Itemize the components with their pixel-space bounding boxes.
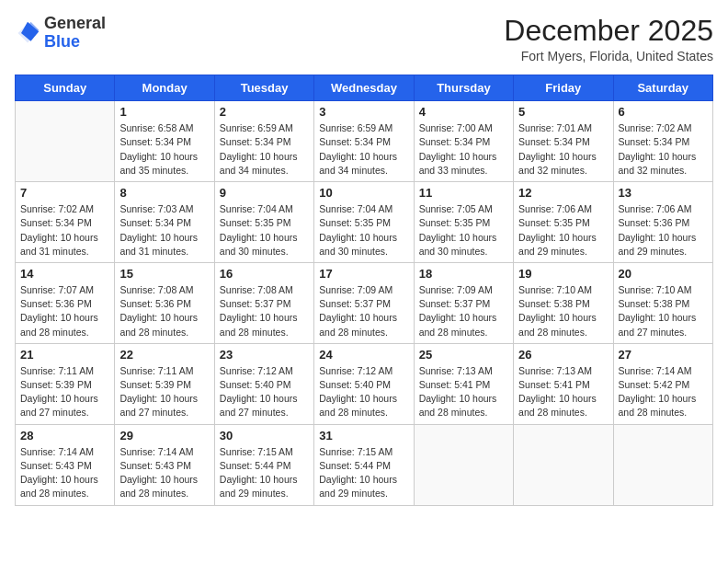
- day-info: Sunrise: 7:00 AM Sunset: 5:34 PM Dayligh…: [419, 121, 508, 178]
- day-number: 24: [319, 348, 408, 362]
- day-number: 31: [319, 429, 408, 442]
- day-number: 2: [220, 105, 309, 119]
- day-info: Sunrise: 7:13 AM Sunset: 5:41 PM Dayligh…: [419, 364, 508, 420]
- calendar-cell: 20Sunrise: 7:10 AM Sunset: 5:38 PM Dayli…: [613, 262, 712, 343]
- calendar-day-header: Sunday: [16, 75, 115, 101]
- calendar-day-header: Monday: [115, 75, 214, 101]
- day-number: 15: [119, 267, 209, 281]
- day-number: 26: [518, 348, 608, 362]
- day-info: Sunrise: 7:07 AM Sunset: 5:36 PM Dayligh…: [20, 283, 109, 339]
- day-info: Sunrise: 7:03 AM Sunset: 5:34 PM Dayligh…: [119, 202, 209, 259]
- calendar-cell: 10Sunrise: 7:04 AM Sunset: 5:35 PM Dayli…: [314, 182, 414, 263]
- calendar-week-row: 7Sunrise: 7:02 AM Sunset: 5:34 PM Daylig…: [16, 182, 713, 263]
- calendar-cell: 12Sunrise: 7:06 AM Sunset: 5:35 PM Dayli…: [514, 182, 613, 263]
- day-number: 6: [619, 105, 708, 119]
- calendar-cell: 3Sunrise: 6:59 AM Sunset: 5:34 PM Daylig…: [314, 101, 414, 182]
- title-block: December 2025 Fort Myers, Florida, Unite…: [504, 15, 713, 63]
- day-number: 19: [518, 267, 608, 281]
- day-info: Sunrise: 7:05 AM Sunset: 5:35 PM Dayligh…: [419, 202, 508, 259]
- calendar-cell: 26Sunrise: 7:13 AM Sunset: 5:41 PM Dayli…: [514, 343, 613, 424]
- calendar-cell: 1Sunrise: 6:58 AM Sunset: 5:34 PM Daylig…: [115, 101, 214, 182]
- calendar-week-row: 1Sunrise: 6:58 AM Sunset: 5:34 PM Daylig…: [16, 101, 713, 182]
- day-number: 22: [119, 348, 209, 362]
- day-number: 4: [419, 105, 508, 119]
- day-number: 17: [319, 267, 408, 281]
- day-number: 25: [419, 348, 508, 362]
- day-number: 21: [20, 348, 109, 362]
- logo-blue: Blue: [44, 32, 80, 51]
- calendar-cell: 22Sunrise: 7:11 AM Sunset: 5:39 PM Dayli…: [115, 343, 214, 424]
- month-year-title: December 2025: [504, 15, 713, 47]
- calendar-cell: 8Sunrise: 7:03 AM Sunset: 5:34 PM Daylig…: [115, 182, 214, 263]
- calendar-cell: 31Sunrise: 7:15 AM Sunset: 5:44 PM Dayli…: [314, 424, 414, 505]
- day-number: 30: [220, 429, 309, 442]
- day-number: 20: [619, 267, 708, 281]
- day-info: Sunrise: 7:12 AM Sunset: 5:40 PM Dayligh…: [220, 364, 309, 420]
- day-number: 1: [119, 105, 209, 119]
- calendar-cell: 4Sunrise: 7:00 AM Sunset: 5:34 PM Daylig…: [414, 101, 513, 182]
- day-info: Sunrise: 7:09 AM Sunset: 5:37 PM Dayligh…: [419, 283, 508, 339]
- day-number: 9: [220, 186, 309, 200]
- day-info: Sunrise: 7:09 AM Sunset: 5:37 PM Dayligh…: [319, 283, 408, 339]
- day-info: Sunrise: 6:58 AM Sunset: 5:34 PM Dayligh…: [119, 121, 209, 178]
- calendar-table: SundayMondayTuesdayWednesdayThursdayFrid…: [15, 75, 713, 505]
- calendar-week-row: 14Sunrise: 7:07 AM Sunset: 5:36 PM Dayli…: [16, 262, 713, 343]
- calendar-cell: 24Sunrise: 7:12 AM Sunset: 5:40 PM Dayli…: [314, 343, 414, 424]
- day-info: Sunrise: 7:08 AM Sunset: 5:37 PM Dayligh…: [220, 283, 309, 339]
- day-number: 27: [619, 348, 708, 362]
- calendar-cell: 30Sunrise: 7:15 AM Sunset: 5:44 PM Dayli…: [214, 424, 313, 505]
- day-info: Sunrise: 7:14 AM Sunset: 5:42 PM Dayligh…: [619, 364, 708, 420]
- day-info: Sunrise: 6:59 AM Sunset: 5:34 PM Dayligh…: [319, 121, 408, 178]
- calendar-cell: 11Sunrise: 7:05 AM Sunset: 5:35 PM Dayli…: [414, 182, 513, 263]
- calendar-cell: 29Sunrise: 7:14 AM Sunset: 5:43 PM Dayli…: [115, 424, 214, 505]
- calendar-day-header: Saturday: [613, 75, 712, 101]
- calendar-week-row: 21Sunrise: 7:11 AM Sunset: 5:39 PM Dayli…: [16, 343, 713, 424]
- calendar-cell: 16Sunrise: 7:08 AM Sunset: 5:37 PM Dayli…: [214, 262, 313, 343]
- day-info: Sunrise: 7:15 AM Sunset: 5:44 PM Dayligh…: [319, 445, 408, 501]
- calendar-cell: 13Sunrise: 7:06 AM Sunset: 5:36 PM Dayli…: [613, 182, 712, 263]
- calendar-cell: 17Sunrise: 7:09 AM Sunset: 5:37 PM Dayli…: [314, 262, 414, 343]
- calendar-cell: 2Sunrise: 6:59 AM Sunset: 5:34 PM Daylig…: [214, 101, 313, 182]
- day-number: 13: [619, 186, 708, 200]
- calendar-cell: 9Sunrise: 7:04 AM Sunset: 5:35 PM Daylig…: [214, 182, 313, 263]
- day-info: Sunrise: 7:11 AM Sunset: 5:39 PM Dayligh…: [119, 364, 209, 420]
- calendar-day-header: Wednesday: [314, 75, 414, 101]
- day-info: Sunrise: 6:59 AM Sunset: 5:34 PM Dayligh…: [220, 121, 309, 178]
- day-info: Sunrise: 7:08 AM Sunset: 5:36 PM Dayligh…: [119, 283, 209, 339]
- calendar-day-header: Friday: [514, 75, 613, 101]
- calendar-week-row: 28Sunrise: 7:14 AM Sunset: 5:43 PM Dayli…: [16, 424, 713, 505]
- day-info: Sunrise: 7:02 AM Sunset: 5:34 PM Dayligh…: [20, 202, 109, 259]
- day-info: Sunrise: 7:02 AM Sunset: 5:34 PM Dayligh…: [619, 121, 708, 178]
- day-info: Sunrise: 7:04 AM Sunset: 5:35 PM Dayligh…: [220, 202, 309, 259]
- day-number: 29: [119, 429, 209, 442]
- day-number: 23: [220, 348, 309, 362]
- calendar-cell: [16, 101, 115, 182]
- day-info: Sunrise: 7:10 AM Sunset: 5:38 PM Dayligh…: [518, 283, 608, 339]
- day-info: Sunrise: 7:14 AM Sunset: 5:43 PM Dayligh…: [20, 445, 109, 501]
- calendar-cell: 6Sunrise: 7:02 AM Sunset: 5:34 PM Daylig…: [613, 101, 712, 182]
- calendar-cell: [613, 424, 712, 505]
- logo-general: General: [44, 14, 106, 32]
- day-number: 10: [319, 186, 408, 200]
- day-number: 14: [20, 267, 109, 281]
- calendar-cell: 5Sunrise: 7:01 AM Sunset: 5:34 PM Daylig…: [514, 101, 613, 182]
- calendar-cell: [414, 424, 513, 505]
- page-header: General Blue December 2025 Fort Myers, F…: [15, 15, 713, 63]
- day-info: Sunrise: 7:06 AM Sunset: 5:36 PM Dayligh…: [619, 202, 708, 259]
- day-info: Sunrise: 7:01 AM Sunset: 5:34 PM Dayligh…: [518, 121, 608, 178]
- calendar-cell: 23Sunrise: 7:12 AM Sunset: 5:40 PM Dayli…: [214, 343, 313, 424]
- day-info: Sunrise: 7:11 AM Sunset: 5:39 PM Dayligh…: [20, 364, 109, 420]
- day-number: 18: [419, 267, 508, 281]
- calendar-cell: 19Sunrise: 7:10 AM Sunset: 5:38 PM Dayli…: [514, 262, 613, 343]
- day-number: 16: [220, 267, 309, 281]
- calendar-cell: 18Sunrise: 7:09 AM Sunset: 5:37 PM Dayli…: [414, 262, 513, 343]
- calendar-cell: [514, 424, 613, 505]
- calendar-cell: 27Sunrise: 7:14 AM Sunset: 5:42 PM Dayli…: [613, 343, 712, 424]
- calendar-cell: 25Sunrise: 7:13 AM Sunset: 5:41 PM Dayli…: [414, 343, 513, 424]
- day-number: 12: [518, 186, 608, 200]
- day-number: 5: [518, 105, 608, 119]
- calendar-cell: 7Sunrise: 7:02 AM Sunset: 5:34 PM Daylig…: [16, 182, 115, 263]
- calendar-day-header: Thursday: [414, 75, 513, 101]
- logo: General Blue: [15, 15, 106, 52]
- calendar-day-header: Tuesday: [214, 75, 313, 101]
